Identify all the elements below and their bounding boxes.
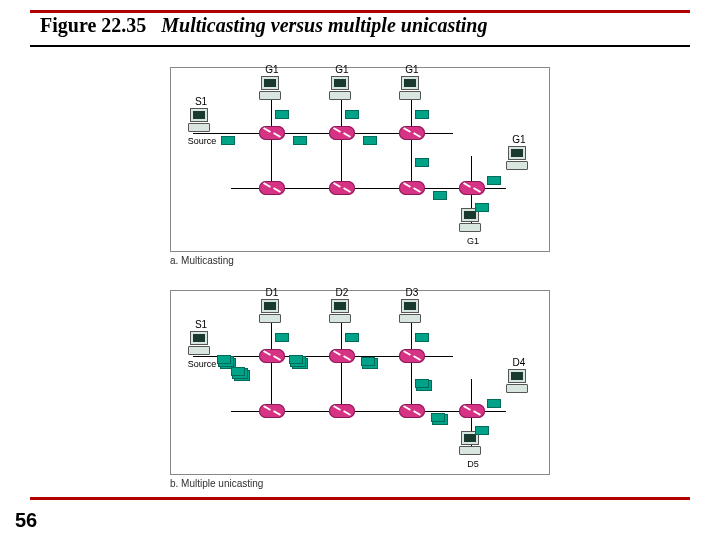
router-icon xyxy=(399,181,425,195)
pc-label: D3 xyxy=(397,287,427,298)
pc-label: G1 xyxy=(397,64,427,75)
pc-label: G1 xyxy=(327,64,357,75)
dest-pc: G1 xyxy=(457,208,487,236)
packet-icon xyxy=(293,136,307,145)
panel-a-caption: a. Multicasting xyxy=(170,255,234,266)
pc-label: D2 xyxy=(327,287,357,298)
figure-title: Figure 22.35 Multicasting versus multipl… xyxy=(40,14,487,37)
packet-icon xyxy=(415,158,429,167)
packet-stack-icon xyxy=(361,357,375,366)
pc-label: D5 xyxy=(453,459,493,469)
dest-pc: D2 xyxy=(327,299,357,327)
packet-stack-icon xyxy=(217,355,231,364)
packet-icon xyxy=(433,191,447,200)
link xyxy=(341,98,342,193)
packet-icon xyxy=(221,136,235,145)
link xyxy=(271,98,272,193)
packet-stack-icon xyxy=(415,379,429,388)
router-icon xyxy=(259,404,285,418)
router-icon xyxy=(259,349,285,363)
dest-pc: G1 xyxy=(504,146,534,174)
packet-stack-icon xyxy=(289,355,303,364)
dest-pc: D4 xyxy=(504,369,534,397)
dest-pc: D1 xyxy=(257,299,287,327)
dest-pc: D3 xyxy=(397,299,427,327)
dest-pc: G1 xyxy=(257,76,287,104)
pc-label: S1 xyxy=(186,319,216,330)
packet-icon xyxy=(345,110,359,119)
router-icon xyxy=(399,126,425,140)
router-icon xyxy=(399,349,425,363)
dest-pc: D5 xyxy=(457,431,487,459)
link xyxy=(341,321,342,416)
packet-icon xyxy=(345,333,359,342)
pc-label: D1 xyxy=(257,287,287,298)
panel-b-caption: b. Multiple unicasting xyxy=(170,478,263,489)
network-diagram-a: S1 Source G1 G1 G1 xyxy=(171,68,549,251)
packet-icon xyxy=(475,426,489,435)
page-number: 56 xyxy=(15,509,37,532)
bottom-rule xyxy=(30,497,690,500)
router-icon xyxy=(459,181,485,195)
router-icon xyxy=(329,126,355,140)
pc-sublabel: Source xyxy=(182,136,222,146)
panel-multiple-unicasting: S1 Source D1 D2 D3 D4 xyxy=(170,290,550,475)
router-icon xyxy=(459,404,485,418)
router-icon xyxy=(329,349,355,363)
router-icon xyxy=(259,126,285,140)
link xyxy=(411,321,412,416)
pc-label: G1 xyxy=(257,64,287,75)
packet-icon xyxy=(363,136,377,145)
figure-number: Figure 22.35 xyxy=(40,14,146,36)
packet-icon xyxy=(487,176,501,185)
router-icon xyxy=(259,181,285,195)
router-icon xyxy=(399,404,425,418)
packet-stack-icon xyxy=(231,367,245,376)
packet-icon xyxy=(275,333,289,342)
dest-pc: G1 xyxy=(397,76,427,104)
packet-icon xyxy=(415,333,429,342)
packet-icon xyxy=(275,110,289,119)
diagram-area: S1 Source G1 G1 G1 xyxy=(0,55,720,490)
packet-icon xyxy=(487,399,501,408)
packet-icon xyxy=(415,110,429,119)
figure-caption: Multicasting versus multiple unicasting xyxy=(161,14,487,36)
source-pc: S1 Source xyxy=(186,331,216,359)
pc-label: S1 xyxy=(186,96,216,107)
source-pc: S1 Source xyxy=(186,108,216,136)
mid-rule xyxy=(30,45,690,47)
pc-label: G1 xyxy=(504,134,534,145)
panel-multicasting: S1 Source G1 G1 G1 xyxy=(170,67,550,252)
slide: Figure 22.35 Multicasting versus multipl… xyxy=(0,0,720,540)
link xyxy=(271,321,272,416)
pc-label: D4 xyxy=(504,357,534,368)
pc-sublabel: Source xyxy=(182,359,222,369)
router-icon xyxy=(329,404,355,418)
network-diagram-b: S1 Source D1 D2 D3 D4 xyxy=(171,291,549,474)
router-icon xyxy=(329,181,355,195)
dest-pc: G1 xyxy=(327,76,357,104)
packet-stack-icon xyxy=(431,413,445,422)
link xyxy=(411,98,412,193)
pc-label: G1 xyxy=(453,236,493,246)
top-rule xyxy=(30,10,690,13)
packet-icon xyxy=(475,203,489,212)
